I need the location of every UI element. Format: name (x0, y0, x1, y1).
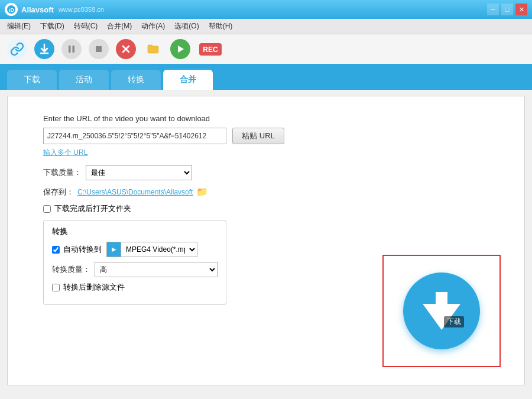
download-icon (38, 43, 50, 55)
rec-label: REC (203, 46, 218, 54)
download-button[interactable]: 下载 (403, 273, 480, 349)
download-arrow-wrapper: 下载 (423, 298, 460, 324)
app-watermark: www.pc0359.cn (59, 6, 104, 13)
app-title: Allavsoft (21, 5, 54, 14)
maximize-button[interactable]: □ (501, 4, 513, 15)
format-icon: ▶ (106, 242, 121, 257)
delete-source-label: 转换后删除源文件 (63, 282, 125, 293)
minimize-button[interactable]: ─ (487, 4, 499, 15)
menu-action[interactable]: 动作(A) (137, 20, 170, 33)
pause-icon (66, 44, 77, 54)
quality-select[interactable]: 最佳 高 中 低 (86, 165, 192, 180)
open-folder-label: 下载完成后打开文件夹 (54, 203, 131, 214)
toolbar: REC (0, 34, 532, 65)
play-button[interactable] (168, 37, 193, 61)
menu-options[interactable]: 选项(O) (170, 20, 203, 33)
url-label: Enter the URL of the video you want to d… (43, 114, 489, 123)
delete-source-row: 转换后删除源文件 (52, 282, 218, 293)
quality-label: 下载质量： (43, 167, 86, 178)
convert-quality-row: 转换质量： 最佳 高 中 低 (52, 262, 218, 277)
download-badge: 下载 (444, 316, 464, 327)
download-area: 下载 (382, 255, 501, 367)
url-row: 粘贴 URL (43, 128, 489, 144)
save-folder-icon[interactable]: 📁 (196, 186, 208, 197)
svg-rect-3 (69, 46, 71, 53)
open-folder-checkbox-row: 下载完成后打开文件夹 (43, 203, 489, 214)
auto-convert-label: 自动转换到 (63, 244, 102, 255)
save-path-link[interactable]: C:\Users\ASUS\Documents\Allavsoft (77, 188, 193, 196)
convert-quality-select[interactable]: 最佳 高 中 低 (95, 262, 218, 277)
svg-rect-4 (73, 46, 75, 53)
delete-source-checkbox[interactable] (52, 284, 60, 291)
menu-edit[interactable]: 编辑(E) (2, 20, 35, 33)
open-folder-checkbox[interactable] (43, 205, 51, 213)
folder-icon (147, 43, 160, 56)
close-icon (121, 44, 131, 54)
tab-convert[interactable]: 转换 (111, 70, 161, 90)
convert-group: 转换 自动转换到 ▶ MPEG4 Video(*.mp4) 转换质量： (43, 220, 226, 305)
svg-rect-5 (96, 46, 102, 52)
app-logo: iD (5, 3, 18, 16)
format-select[interactable]: MPEG4 Video(*.mp4) (121, 242, 197, 257)
menu-merge[interactable]: 合并(M) (102, 20, 137, 33)
download-toolbar-button[interactable] (32, 37, 57, 61)
multi-url-link[interactable]: 输入多个 URL (43, 148, 489, 158)
stop-icon (93, 44, 104, 54)
pause-button[interactable] (59, 37, 84, 61)
menubar: 编辑(E) 下载(D) 转码(C) 合并(M) 动作(A) 选项(O) 帮助(H… (0, 19, 532, 34)
convert-title: 转换 (52, 226, 218, 237)
menu-help[interactable]: 帮助(H) (204, 20, 238, 33)
auto-convert-checkbox[interactable] (52, 246, 60, 254)
format-icon-label: ▶ (112, 246, 116, 252)
menu-transcode[interactable]: 转码(C) (69, 20, 103, 33)
tab-download[interactable]: 下载 (7, 70, 57, 90)
svg-marker-8 (178, 46, 184, 53)
add-download-button[interactable] (5, 37, 30, 61)
svg-text:iD: iD (9, 7, 15, 13)
quality-row: 下载质量： 最佳 高 中 低 (43, 165, 489, 180)
main-panel: Enter the URL of the video you want to d… (7, 96, 525, 385)
paste-url-button[interactable]: 粘贴 URL (232, 128, 284, 144)
titlebar: iD Allavsoft www.pc0359.cn ─ □ ✕ (0, 0, 532, 19)
close-button[interactable]: ✕ (515, 4, 527, 15)
url-input[interactable] (43, 128, 226, 144)
stop-button[interactable] (86, 37, 111, 61)
play-icon (175, 44, 186, 54)
menu-download[interactable]: 下载(D) (35, 20, 69, 33)
open-folder-button[interactable] (141, 37, 166, 61)
auto-convert-row: 自动转换到 ▶ MPEG4 Video(*.mp4) (52, 242, 218, 257)
format-select-wrapper: ▶ MPEG4 Video(*.mp4) (106, 242, 197, 257)
tab-bar: 下载 活动 转换 合并 (0, 65, 532, 90)
window-controls: ─ □ ✕ (487, 0, 527, 19)
save-path-row: 保存到： C:\Users\ASUS\Documents\Allavsoft 📁 (43, 186, 489, 197)
save-label: 保存到： (43, 187, 74, 197)
link-icon (10, 42, 24, 56)
delete-button[interactable] (113, 37, 138, 61)
rec-button[interactable]: REC (195, 37, 226, 61)
tab-merge[interactable]: 合并 (163, 70, 213, 90)
convert-quality-label: 转换质量： (52, 264, 95, 275)
tab-activity[interactable]: 活动 (59, 70, 109, 90)
